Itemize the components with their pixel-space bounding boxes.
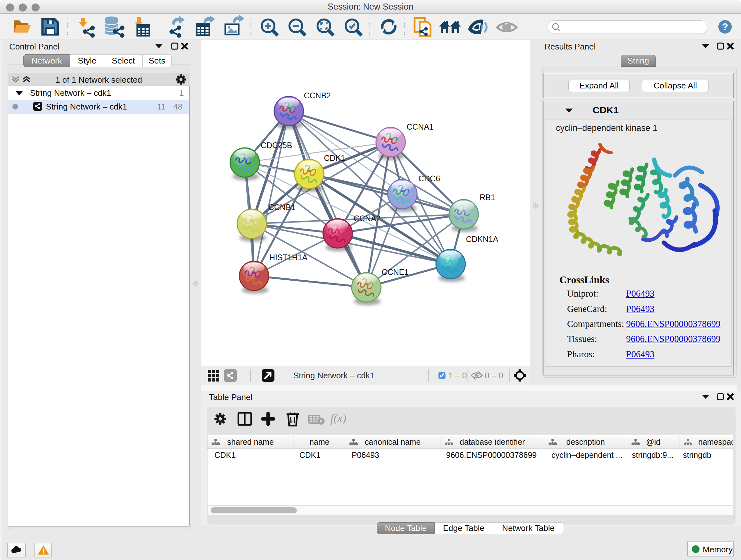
svg-text:CDC25B: CDC25B: [261, 141, 292, 150]
svg-text:CCNE1: CCNE1: [382, 267, 409, 276]
svg-text:?: ?: [722, 21, 728, 33]
svg-text:CCNB2: CCNB2: [304, 91, 331, 100]
svg-text:RB1: RB1: [480, 193, 495, 202]
svg-text:CCNA2: CCNA2: [354, 214, 381, 223]
svg-text:CDC6: CDC6: [418, 174, 440, 183]
svg-text:CCNA1: CCNA1: [407, 122, 434, 131]
svg-text:HIST1H1A: HIST1H1A: [269, 253, 308, 262]
svg-text:CCNB1: CCNB1: [268, 203, 295, 212]
svg-text:CDKN1A: CDKN1A: [466, 235, 498, 244]
svg-text:CDK1: CDK1: [324, 153, 345, 163]
